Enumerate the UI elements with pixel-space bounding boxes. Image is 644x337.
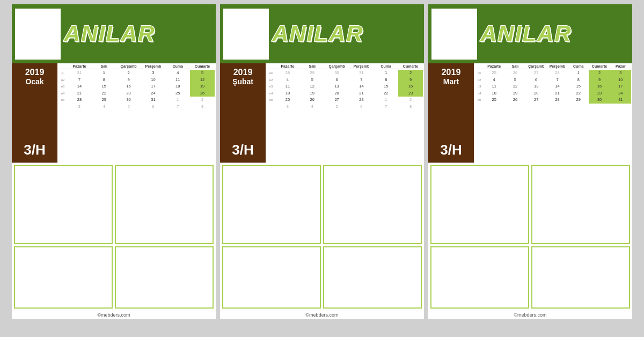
- cal-cell: 11: [165, 77, 190, 84]
- anilar-title: ANILAR: [480, 23, 572, 45]
- week-num: ok: [267, 71, 275, 75]
- photo-box-r1-2: [531, 165, 630, 244]
- cal-cell: 21: [67, 90, 92, 97]
- cal-cell: 1: [374, 70, 398, 77]
- cal-cell: 22: [374, 90, 398, 97]
- cal-cell: 7: [349, 77, 374, 84]
- cal-cell: 20: [526, 90, 547, 97]
- page-footer: ©mebders.com: [220, 311, 424, 319]
- week-num: o5: [475, 98, 484, 101]
- cal-cell: 25: [484, 97, 504, 104]
- cal-cell: 10: [141, 77, 165, 84]
- cal-body: ok2829303112o2456789o3111213141516o41819…: [267, 70, 423, 110]
- cal-cell: 7: [547, 77, 568, 84]
- cal-cell: 15: [92, 83, 116, 90]
- calendar-section: 2019Şubat3/HPazarteSalıÇarşambPerşembCum…: [220, 63, 424, 163]
- cal-cell: 17: [610, 83, 631, 90]
- week-num: o3: [58, 85, 67, 88]
- photo-box-r2-1: [430, 246, 529, 309]
- cal-cell: 4: [300, 104, 325, 111]
- photo-box-r2-2: [323, 246, 422, 309]
- cal-cell: 12: [190, 77, 215, 84]
- day-header: Pazarte: [275, 64, 300, 68]
- photo-box-r2-1: [14, 246, 113, 309]
- photo-box-r1-2: [115, 165, 214, 244]
- cal-cell: 20: [325, 90, 349, 97]
- cal-cell: 3: [141, 70, 165, 77]
- cal-cell: 13: [325, 83, 349, 90]
- cal-cell: 23: [116, 90, 141, 97]
- cal-cell: 5: [190, 70, 215, 77]
- cal-cell: 5: [300, 77, 325, 84]
- day-header: Çarşamb: [116, 64, 141, 68]
- cal-cell: 31: [67, 70, 92, 77]
- cal-row: o52829303112: [58, 97, 215, 104]
- cal-cell: 12: [300, 83, 325, 90]
- cal-body: ok25262728123o245678910o311121314151617o…: [475, 70, 631, 104]
- cal-cell: 28: [547, 97, 568, 104]
- photo-box-r1-1: [430, 165, 529, 244]
- cal-cell: 8: [398, 104, 423, 111]
- week-num: o3: [475, 85, 484, 88]
- week-num: p.: [58, 71, 67, 75]
- cal-cell: 16: [589, 83, 610, 90]
- page-header: ANILAR: [220, 4, 424, 63]
- cal-row: o4181920212223: [267, 90, 423, 97]
- week-num: o2: [267, 78, 275, 82]
- day-header: Pazarte: [67, 64, 92, 68]
- cal-row: o3141516171819: [58, 83, 215, 90]
- header-photo-box: [223, 9, 269, 60]
- cal-cell: 27: [526, 97, 547, 104]
- cal-cell: 7: [165, 104, 190, 111]
- cal-cell: 19: [504, 90, 525, 97]
- cal-cell: 6: [141, 104, 165, 111]
- cal-cell: 18: [484, 90, 504, 97]
- photo-box-r2-2: [115, 246, 214, 309]
- cal-row-extra: 345678: [58, 104, 215, 111]
- day-header: Perşemb: [349, 64, 374, 68]
- cal-cell: 14: [349, 83, 374, 90]
- cal-cell: 9: [589, 77, 610, 84]
- cal-cell: 16: [116, 83, 141, 90]
- day-header: Cumarte: [398, 64, 423, 68]
- year-text: 2019: [25, 68, 45, 77]
- cal-cell: 29: [568, 97, 589, 104]
- cal-cell: 30: [325, 70, 349, 77]
- cal-cell: 26: [300, 97, 325, 104]
- calendar-section: 2019Mart3/HPazarteSalıÇarşambPerşembCuma…: [428, 63, 632, 163]
- calendar-info: 2019Mart3/H: [428, 63, 474, 163]
- month-text: Ocak: [25, 77, 45, 86]
- cal-cell: 23: [589, 90, 610, 97]
- anilar-title: ANILAR: [64, 23, 156, 45]
- cal-cell: 8: [190, 104, 215, 111]
- cal-cell: 14: [547, 83, 568, 90]
- cal-body: p.3112345o2789101112o3141516171819o42122…: [58, 70, 215, 110]
- cal-cell: 4: [165, 70, 190, 77]
- cal-cell: 14: [67, 83, 92, 90]
- cal-cell: 15: [374, 83, 398, 90]
- photo-boxes-row1: [428, 163, 632, 246]
- calendar-grid: PazarteSalıÇarşambPerşembCumaCumartePaza…: [474, 63, 632, 163]
- year-text: 2019: [442, 68, 461, 77]
- cal-cell: 23: [398, 90, 423, 97]
- cal-row: ok2829303112: [267, 70, 423, 77]
- cal-cell: 28: [547, 70, 568, 77]
- cal-cell: 19: [190, 83, 215, 90]
- year-month: 2019Ocak: [25, 68, 45, 86]
- cal-cell: 6: [526, 77, 547, 84]
- day-header: Salı: [300, 64, 325, 68]
- cal-cell: 27: [325, 97, 349, 104]
- cal-cell: 17: [141, 83, 165, 90]
- month-text: Şubat: [232, 77, 253, 86]
- cal-cell: 24: [141, 90, 165, 97]
- cal-cell: 8: [374, 77, 398, 84]
- cal-day-headers: PazarteSalıÇarşambPerşembCumaCumartePaza…: [475, 64, 631, 69]
- day-header: Cuma: [374, 64, 398, 68]
- cal-cell: 7: [374, 104, 398, 111]
- cal-row: o52526272812: [267, 97, 423, 104]
- cal-cell: 11: [484, 83, 504, 90]
- day-header: Cuma: [165, 64, 190, 68]
- week-num: ok: [475, 71, 484, 75]
- photo-box-r2-2: [531, 246, 630, 309]
- pages-container: ANILAR2019Ocak3/HPazarteSalıÇarşambPerşe…: [4, 4, 640, 319]
